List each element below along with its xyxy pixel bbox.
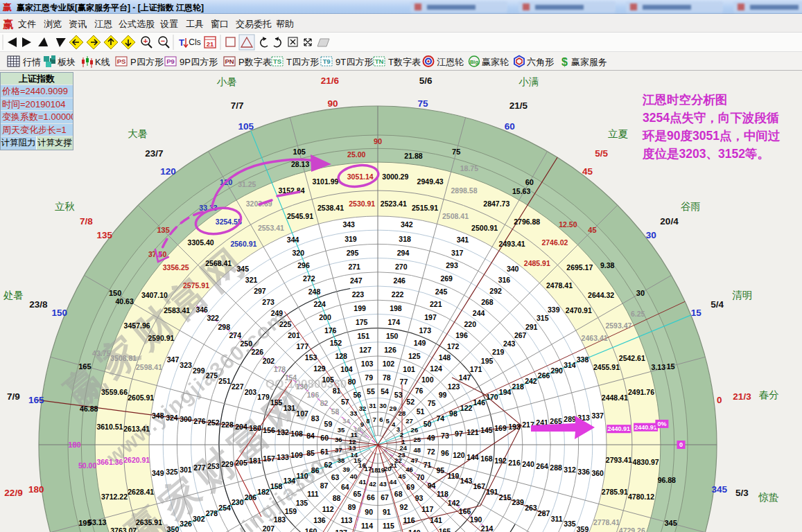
svg-text:324: 324 — [166, 414, 178, 422]
svg-text:168: 168 — [480, 454, 493, 463]
svg-text:7/8: 7/8 — [80, 216, 93, 227]
svg-text:70: 70 — [417, 473, 425, 481]
svg-text:128: 128 — [335, 352, 347, 360]
svg-text:326: 326 — [180, 520, 192, 528]
svg-text:9.38: 9.38 — [600, 261, 615, 269]
svg-text:166: 166 — [459, 507, 471, 515]
svg-text:80: 80 — [348, 378, 356, 386]
svg-text:15.63: 15.63 — [512, 187, 530, 195]
svg-text:2440.91: 2440.91 — [634, 424, 657, 431]
svg-text:惊蛰: 惊蛰 — [758, 492, 779, 503]
svg-text:158: 158 — [270, 482, 283, 490]
svg-text:99: 99 — [439, 391, 447, 399]
svg-text:2695.17: 2695.17 — [566, 263, 593, 272]
svg-text:288: 288 — [550, 463, 562, 472]
svg-text:2: 2 — [400, 431, 403, 438]
svg-text:47: 47 — [411, 456, 419, 464]
svg-text:87: 87 — [320, 481, 329, 490]
svg-text:272: 272 — [303, 274, 315, 283]
svg-text:339: 339 — [548, 305, 560, 314]
svg-text:立秋: 立秋 — [55, 201, 75, 212]
svg-text:345: 345 — [664, 519, 677, 527]
svg-text:226: 226 — [252, 348, 264, 356]
svg-text:TN: TN — [375, 57, 384, 65]
svg-text:145: 145 — [480, 426, 493, 434]
svg-text:行情: 行情 — [22, 57, 41, 67]
svg-text:2583.41: 2583.41 — [164, 306, 190, 314]
svg-text:203: 203 — [245, 388, 257, 396]
svg-text:73: 73 — [441, 432, 449, 440]
svg-text:342: 342 — [401, 220, 413, 229]
svg-text:2613.41: 2613.41 — [123, 425, 150, 433]
svg-text:江恩轮: 江恩轮 — [437, 57, 464, 67]
svg-text:349: 349 — [152, 469, 164, 477]
svg-text:271: 271 — [348, 263, 360, 271]
svg-text:115: 115 — [383, 522, 394, 530]
svg-text:2598.41: 2598.41 — [136, 363, 162, 371]
svg-text:275: 275 — [206, 371, 218, 380]
svg-text:0%: 0% — [657, 420, 666, 427]
svg-text:167: 167 — [473, 482, 486, 490]
svg-text:249: 249 — [271, 309, 284, 317]
svg-text:小暑: 小暑 — [217, 76, 237, 87]
svg-text:350: 350 — [167, 525, 180, 532]
svg-text:78: 78 — [383, 373, 391, 382]
svg-text:222: 222 — [392, 290, 404, 299]
svg-text:263: 263 — [525, 504, 537, 512]
svg-text:2560.91: 2560.91 — [230, 240, 256, 248]
svg-text:90: 90 — [365, 508, 373, 516]
svg-text:135: 135 — [296, 499, 308, 507]
svg-text:5/5: 5/5 — [595, 148, 608, 159]
svg-text:64: 64 — [341, 483, 349, 491]
svg-text:144: 144 — [467, 453, 479, 461]
svg-text:244: 244 — [473, 309, 485, 317]
svg-text:3610.51: 3610.51 — [96, 423, 123, 431]
svg-text:大暑: 大暑 — [128, 128, 148, 139]
svg-text:314: 314 — [564, 361, 576, 369]
svg-text:29: 29 — [390, 405, 397, 412]
svg-text:18.75: 18.75 — [460, 164, 478, 172]
svg-text:225: 225 — [279, 320, 292, 328]
svg-text:111: 111 — [307, 490, 319, 498]
svg-text:196: 196 — [455, 331, 468, 339]
svg-text:251: 251 — [218, 377, 231, 385]
svg-text:105: 105 — [293, 148, 306, 156]
svg-text:325: 325 — [166, 468, 178, 476]
svg-text:183: 183 — [274, 515, 286, 524]
svg-text:346: 346 — [195, 305, 208, 314]
svg-text:68: 68 — [394, 490, 403, 498]
svg-text:31.25: 31.25 — [238, 180, 256, 188]
svg-text:12.50: 12.50 — [559, 220, 577, 229]
svg-text:126: 126 — [384, 346, 396, 354]
svg-text:122: 122 — [460, 404, 473, 412]
svg-text:337: 337 — [591, 411, 604, 420]
svg-text:201: 201 — [288, 331, 300, 339]
svg-text:57: 57 — [341, 398, 349, 406]
svg-text:0: 0 — [679, 441, 683, 448]
svg-text:98: 98 — [449, 409, 457, 418]
svg-text:215: 215 — [499, 493, 512, 502]
svg-text:六角形: 六角形 — [527, 57, 554, 67]
svg-text:150: 150 — [52, 308, 68, 318]
svg-text:2785.91: 2785.91 — [602, 488, 628, 496]
svg-text:Big: Big — [470, 59, 479, 65]
svg-text:165: 165 — [28, 395, 44, 405]
svg-text:2448.41: 2448.41 — [602, 393, 628, 402]
svg-text:135: 135 — [157, 226, 169, 234]
svg-text:149: 149 — [414, 339, 426, 347]
svg-text:45: 45 — [582, 166, 593, 177]
svg-text:2746.02: 2746.02 — [541, 238, 568, 247]
svg-text:219: 219 — [492, 348, 505, 356]
svg-text:Cls: Cls — [189, 37, 200, 47]
svg-text:82: 82 — [320, 399, 329, 407]
svg-text:33: 33 — [350, 409, 358, 417]
svg-text:63: 63 — [331, 473, 340, 481]
svg-text:53: 53 — [394, 391, 403, 399]
svg-text:5/3: 5/3 — [735, 488, 749, 498]
svg-text:123: 123 — [448, 382, 460, 391]
svg-text:181: 181 — [249, 456, 261, 465]
svg-text:7/7: 7/7 — [231, 100, 244, 111]
svg-text:102: 102 — [383, 360, 395, 368]
svg-text:297: 297 — [254, 287, 266, 295]
svg-text:224: 224 — [313, 300, 326, 308]
